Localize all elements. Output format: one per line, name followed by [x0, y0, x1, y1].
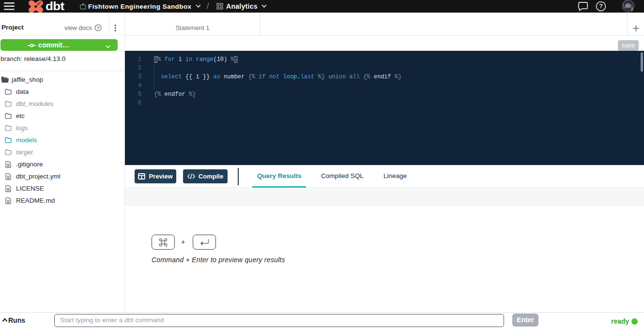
svg-text:?: ? — [97, 26, 100, 30]
svg-text:?: ? — [599, 3, 603, 10]
